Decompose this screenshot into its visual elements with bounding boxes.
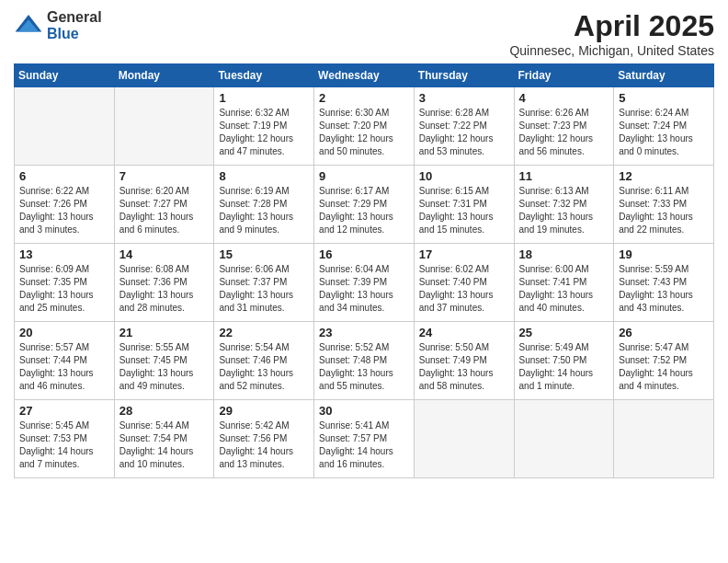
calendar-subtitle: Quinnesec, Michigan, United States: [509, 43, 714, 58]
day-detail: Sunrise: 6:24 AM Sunset: 7:24 PM Dayligh…: [619, 107, 709, 158]
title-block: April 2025 Quinnesec, Michigan, United S…: [509, 9, 714, 58]
day-number: 29: [219, 404, 309, 418]
day-detail: Sunrise: 6:28 AM Sunset: 7:22 PM Dayligh…: [419, 107, 509, 158]
calendar-cell: 25Sunrise: 5:49 AM Sunset: 7:50 PM Dayli…: [514, 322, 614, 400]
calendar-cell: [514, 400, 614, 478]
day-detail: Sunrise: 6:26 AM Sunset: 7:23 PM Dayligh…: [519, 107, 609, 158]
day-detail: Sunrise: 5:52 AM Sunset: 7:48 PM Dayligh…: [319, 341, 409, 393]
day-detail: Sunrise: 6:06 AM Sunset: 7:37 PM Dayligh…: [219, 263, 309, 315]
calendar-cell: 19Sunrise: 5:59 AM Sunset: 7:43 PM Dayli…: [614, 244, 714, 322]
header: General Blue April 2025 Quinnesec, Michi…: [14, 9, 714, 58]
calendar-cell: 21Sunrise: 5:55 AM Sunset: 7:45 PM Dayli…: [114, 322, 214, 400]
day-number: 8: [219, 169, 309, 183]
calendar-cell: 15Sunrise: 6:06 AM Sunset: 7:37 PM Dayli…: [214, 244, 314, 322]
calendar-cell: 14Sunrise: 6:08 AM Sunset: 7:36 PM Dayli…: [114, 244, 214, 322]
col-thursday: Thursday: [414, 64, 514, 87]
day-detail: Sunrise: 6:20 AM Sunset: 7:27 PM Dayligh…: [119, 185, 210, 236]
calendar-cell: 8Sunrise: 6:19 AM Sunset: 7:28 PM Daylig…: [214, 166, 314, 244]
day-detail: Sunrise: 5:57 AM Sunset: 7:44 PM Dayligh…: [19, 341, 109, 393]
day-number: 7: [119, 169, 210, 183]
calendar-cell: 24Sunrise: 5:50 AM Sunset: 7:49 PM Dayli…: [414, 322, 514, 400]
day-detail: Sunrise: 6:04 AM Sunset: 7:39 PM Dayligh…: [319, 263, 409, 315]
logo-general-text: General: [47, 9, 102, 26]
logo: General Blue: [14, 9, 102, 41]
calendar-cell: 10Sunrise: 6:15 AM Sunset: 7:31 PM Dayli…: [414, 166, 514, 244]
day-detail: Sunrise: 6:09 AM Sunset: 7:35 PM Dayligh…: [19, 263, 109, 315]
day-number: 12: [619, 169, 709, 183]
day-number: 24: [419, 326, 509, 339]
calendar-table: Sunday Monday Tuesday Wednesday Thursday…: [14, 63, 714, 478]
page-container: General Blue April 2025 Quinnesec, Michi…: [0, 0, 728, 488]
day-number: 13: [19, 247, 109, 261]
calendar-body: 1Sunrise: 6:32 AM Sunset: 7:19 PM Daylig…: [15, 87, 714, 478]
day-detail: Sunrise: 6:11 AM Sunset: 7:33 PM Dayligh…: [619, 185, 709, 236]
col-tuesday: Tuesday: [214, 64, 314, 87]
calendar-cell: 7Sunrise: 6:20 AM Sunset: 7:27 PM Daylig…: [114, 166, 214, 244]
calendar-cell: 2Sunrise: 6:30 AM Sunset: 7:20 PM Daylig…: [314, 87, 415, 166]
day-number: 18: [519, 247, 609, 261]
day-number: 27: [19, 404, 109, 418]
day-number: 1: [219, 91, 309, 105]
day-number: 15: [219, 247, 309, 261]
calendar-cell: 11Sunrise: 6:13 AM Sunset: 7:32 PM Dayli…: [514, 166, 614, 244]
day-number: 25: [519, 326, 609, 339]
day-number: 30: [319, 404, 409, 418]
calendar-week-1: 1Sunrise: 6:32 AM Sunset: 7:19 PM Daylig…: [15, 87, 714, 166]
day-number: 22: [219, 326, 309, 339]
calendar-week-2: 6Sunrise: 6:22 AM Sunset: 7:26 PM Daylig…: [15, 166, 714, 244]
day-number: 16: [319, 247, 409, 261]
calendar-header: Sunday Monday Tuesday Wednesday Thursday…: [15, 64, 714, 87]
logo-text: General Blue: [47, 9, 102, 41]
calendar-cell: 29Sunrise: 5:42 AM Sunset: 7:56 PM Dayli…: [214, 400, 314, 478]
calendar-cell: 30Sunrise: 5:41 AM Sunset: 7:57 PM Dayli…: [314, 400, 415, 478]
calendar-cell: 22Sunrise: 5:54 AM Sunset: 7:46 PM Dayli…: [214, 322, 314, 400]
day-detail: Sunrise: 5:54 AM Sunset: 7:46 PM Dayligh…: [219, 341, 309, 393]
calendar-cell: 6Sunrise: 6:22 AM Sunset: 7:26 PM Daylig…: [15, 166, 115, 244]
calendar-cell: 4Sunrise: 6:26 AM Sunset: 7:23 PM Daylig…: [514, 87, 614, 166]
calendar-cell: 27Sunrise: 5:45 AM Sunset: 7:53 PM Dayli…: [15, 400, 115, 478]
day-number: 17: [419, 247, 509, 261]
day-number: 10: [419, 169, 509, 183]
day-detail: Sunrise: 6:22 AM Sunset: 7:26 PM Dayligh…: [19, 185, 109, 236]
day-detail: Sunrise: 6:17 AM Sunset: 7:29 PM Dayligh…: [319, 185, 409, 236]
day-number: 21: [119, 326, 210, 339]
calendar-cell: 3Sunrise: 6:28 AM Sunset: 7:22 PM Daylig…: [414, 87, 514, 166]
col-monday: Monday: [114, 64, 214, 87]
calendar-cell: 26Sunrise: 5:47 AM Sunset: 7:52 PM Dayli…: [614, 322, 714, 400]
day-detail: Sunrise: 6:19 AM Sunset: 7:28 PM Dayligh…: [219, 185, 309, 236]
day-detail: Sunrise: 6:30 AM Sunset: 7:20 PM Dayligh…: [319, 107, 409, 158]
day-detail: Sunrise: 5:47 AM Sunset: 7:52 PM Dayligh…: [619, 341, 709, 393]
logo-icon: [14, 11, 43, 40]
calendar-cell: 9Sunrise: 6:17 AM Sunset: 7:29 PM Daylig…: [314, 166, 415, 244]
day-number: 23: [319, 326, 409, 339]
calendar-cell: 20Sunrise: 5:57 AM Sunset: 7:44 PM Dayli…: [15, 322, 115, 400]
calendar-week-5: 27Sunrise: 5:45 AM Sunset: 7:53 PM Dayli…: [15, 400, 714, 478]
col-friday: Friday: [514, 64, 614, 87]
day-detail: Sunrise: 5:59 AM Sunset: 7:43 PM Dayligh…: [619, 263, 709, 315]
day-number: 28: [119, 404, 210, 418]
day-number: 9: [319, 169, 409, 183]
day-number: 2: [319, 91, 409, 105]
calendar-cell: 5Sunrise: 6:24 AM Sunset: 7:24 PM Daylig…: [614, 87, 714, 166]
day-number: 3: [419, 91, 509, 105]
day-number: 11: [519, 169, 609, 183]
calendar-cell: 1Sunrise: 6:32 AM Sunset: 7:19 PM Daylig…: [214, 87, 314, 166]
day-detail: Sunrise: 6:32 AM Sunset: 7:19 PM Dayligh…: [219, 107, 309, 158]
day-detail: Sunrise: 5:49 AM Sunset: 7:50 PM Dayligh…: [519, 341, 609, 393]
calendar-cell: 13Sunrise: 6:09 AM Sunset: 7:35 PM Dayli…: [15, 244, 115, 322]
logo-blue-text: Blue: [47, 26, 102, 42]
day-number: 5: [619, 91, 709, 105]
header-row: Sunday Monday Tuesday Wednesday Thursday…: [15, 64, 714, 87]
calendar-cell: [414, 400, 514, 478]
calendar-cell: 16Sunrise: 6:04 AM Sunset: 7:39 PM Dayli…: [314, 244, 415, 322]
day-detail: Sunrise: 6:08 AM Sunset: 7:36 PM Dayligh…: [119, 263, 210, 315]
day-number: 20: [19, 326, 109, 339]
day-detail: Sunrise: 5:45 AM Sunset: 7:53 PM Dayligh…: [19, 419, 109, 471]
calendar-cell: [114, 87, 214, 166]
day-number: 6: [19, 169, 109, 183]
calendar-week-4: 20Sunrise: 5:57 AM Sunset: 7:44 PM Dayli…: [15, 322, 714, 400]
calendar-cell: [15, 87, 115, 166]
calendar-title: April 2025: [509, 9, 714, 43]
col-wednesday: Wednesday: [314, 64, 415, 87]
day-detail: Sunrise: 6:13 AM Sunset: 7:32 PM Dayligh…: [519, 185, 609, 236]
